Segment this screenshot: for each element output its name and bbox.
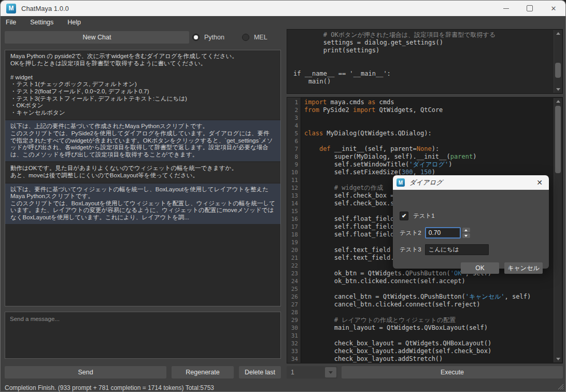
minimize-icon xyxy=(503,8,509,9)
script-index-select[interactable]: 1 xyxy=(287,366,337,379)
language-radio-group: PythonMEL xyxy=(192,31,267,44)
regenerate-button[interactable]: Regenerate xyxy=(172,366,234,379)
maximize-icon xyxy=(527,5,533,11)
message-input[interactable] xyxy=(5,312,281,359)
code-line: check_box_layout.addStretch() xyxy=(301,355,554,363)
test3-label: テスト3 xyxy=(400,246,421,254)
radio-icon xyxy=(242,34,249,41)
chat-message-assistant: 以下は、上記の要件に基づいて作成されたMaya Pythonスクリプトです。 こ… xyxy=(5,120,280,161)
line-number: 20 xyxy=(287,246,301,254)
script-index-value: 1 xyxy=(287,369,325,376)
line-number: 22 xyxy=(287,262,301,270)
line-number-gutter: 1234567891011121314151617181920212223242… xyxy=(287,97,301,363)
new-chat-button[interactable]: New Chat xyxy=(5,31,189,44)
radio-python[interactable]: Python xyxy=(192,34,224,41)
maya-app-icon: M xyxy=(6,4,16,13)
line-number: 3 xyxy=(287,114,301,122)
app-window: M ChatMaya 1.0.0 ✕ File Settings Help Ne… xyxy=(0,0,566,392)
output-scrollbar-thumb[interactable] xyxy=(555,63,561,78)
code-line xyxy=(301,114,554,122)
scroll-down-icon[interactable] xyxy=(554,86,562,93)
radio-mel[interactable]: MEL xyxy=(242,34,267,41)
line-number: 12 xyxy=(287,184,301,192)
line-number: 21 xyxy=(287,254,301,262)
line-number: 10 xyxy=(287,169,301,176)
code-line: cancel_btn = QtWidgets.QPushButton('キャンセ… xyxy=(301,293,554,301)
code-line: class MyDialog(QtWidgets.QDialog): xyxy=(301,130,554,137)
code-line xyxy=(290,62,553,70)
code-line: # OKボタンが押された場合は、設定項目を辞書型で取得する xyxy=(290,31,553,39)
execute-button[interactable]: Execute xyxy=(342,366,563,379)
code-line: from PySide2 import QtWidgets, QtCore xyxy=(301,106,554,114)
test1-checkbox[interactable]: ✔ xyxy=(400,212,408,220)
resize-grip[interactable] xyxy=(557,383,564,390)
send-button[interactable]: Send xyxy=(5,366,166,379)
delete-last-button[interactable]: Delete last xyxy=(239,366,281,379)
code-line: main() xyxy=(290,78,553,86)
line-number: 4 xyxy=(287,122,301,130)
test3-textfield[interactable]: こんにちは xyxy=(425,244,489,255)
line-number: 33 xyxy=(287,347,301,355)
code-line: self.setWindowTitle('ダイアログ') xyxy=(301,161,554,169)
scroll-down-icon[interactable] xyxy=(554,356,562,362)
line-number: 19 xyxy=(287,239,301,246)
line-number: 26 xyxy=(287,293,301,301)
code-line xyxy=(301,122,554,130)
close-button[interactable]: ✕ xyxy=(542,1,565,16)
test2-spinbox[interactable]: 0.70 xyxy=(425,227,461,239)
menu-settings[interactable]: Settings xyxy=(30,19,53,26)
line-number: 30 xyxy=(287,324,301,332)
chat-history[interactable]: Maya Python の pyside2で、次に示すwidgetを含むダイアロ… xyxy=(5,50,281,306)
line-number: 9 xyxy=(287,161,301,169)
line-number: 32 xyxy=(287,340,301,347)
scroll-up-icon[interactable] xyxy=(554,30,562,37)
dialog-body: ✔ テスト1 テスト2 0.70 テスト3 こんにちは OK キャンセル xyxy=(393,190,549,269)
maximize-button[interactable] xyxy=(518,1,542,16)
chevron-down-icon[interactable] xyxy=(325,367,336,377)
line-number: 15 xyxy=(287,207,301,215)
dialog-title: ダイアログ xyxy=(409,178,443,187)
line-number: 34 xyxy=(287,355,301,363)
script-output-view[interactable]: # OKボタンが押された場合は、設定項目を辞書型で取得する settings =… xyxy=(287,29,563,94)
editor-scrollbar-thumb[interactable] xyxy=(555,106,561,173)
menu-file[interactable]: File xyxy=(6,19,16,26)
dialog-close-icon[interactable]: ✕ xyxy=(536,179,543,186)
output-scrollbar[interactable] xyxy=(554,30,562,93)
radio-label: MEL xyxy=(254,34,267,41)
code-line xyxy=(301,309,554,316)
code-line: check_box_layout = QtWidgets.QHBoxLayout… xyxy=(301,340,554,347)
dialog-ok-button[interactable]: OK xyxy=(461,262,499,274)
spin-up-icon[interactable] xyxy=(462,228,470,232)
line-number: 2 xyxy=(287,106,301,114)
status-text: Completion Finish. (933 prompt + 781 com… xyxy=(5,384,214,391)
scroll-up-icon[interactable] xyxy=(554,98,562,105)
line-number: 6 xyxy=(287,137,301,145)
line-number: 7 xyxy=(287,145,301,153)
code-line: main_layout = QtWidgets.QVBoxLayout(self… xyxy=(301,324,554,332)
code-line: if __name__ == '__main__': xyxy=(290,70,553,78)
line-number: 14 xyxy=(287,200,301,207)
line-number: 23 xyxy=(287,270,301,277)
maya-dialog-window: M ダイアログ ✕ ✔ テスト1 テスト2 0.70 テスト3 こんにちは OK xyxy=(393,175,549,269)
line-number: 11 xyxy=(287,176,301,184)
test2-spin-buttons xyxy=(462,228,470,238)
editor-scrollbar[interactable] xyxy=(554,98,562,362)
title-bar: M ChatMaya 1.0.0 ✕ xyxy=(1,1,565,16)
test2-row: テスト2 0.70 xyxy=(400,227,470,239)
menu-bar: File Settings Help xyxy=(1,16,565,28)
menu-help[interactable]: Help xyxy=(67,19,81,26)
code-line: settings = dialog.get_settings() xyxy=(290,39,553,47)
test2-label: テスト2 xyxy=(400,229,421,237)
dialog-cancel-button[interactable]: キャンセル xyxy=(504,262,543,274)
line-number: 16 xyxy=(287,215,301,223)
spin-down-icon[interactable] xyxy=(462,233,470,238)
minimize-button[interactable] xyxy=(494,1,518,16)
line-number: 28 xyxy=(287,309,301,316)
line-number: 24 xyxy=(287,277,301,285)
test3-row: テスト3 こんにちは xyxy=(400,244,489,255)
line-number: 31 xyxy=(287,332,301,340)
dialog-title-bar[interactable]: M ダイアログ ✕ xyxy=(393,175,549,190)
test1-label: テスト1 xyxy=(413,212,435,220)
close-icon: ✕ xyxy=(551,5,557,12)
script-output-text: # OKボタンが押された場合は、設定項目を辞書型で取得する settings =… xyxy=(290,31,553,93)
